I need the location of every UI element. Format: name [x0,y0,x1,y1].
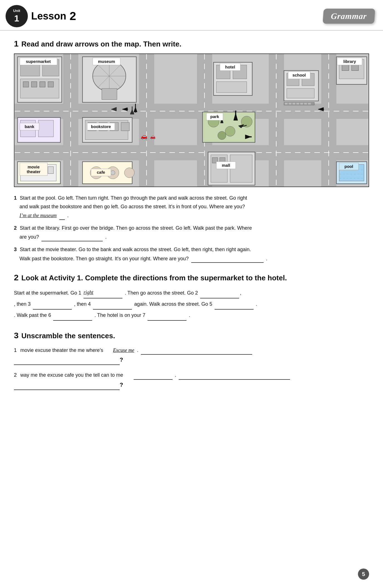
unscramble-1-answer: Excuse me [113,347,134,353]
svg-text:library: library [343,59,356,64]
svg-rect-22 [48,82,53,87]
svg-text:school: school [293,73,306,77]
section3-num: 3 [14,331,19,340]
q2-answer-line [41,232,103,241]
s2-blank1: right [84,287,122,298]
question-3: 3 Start at the movie theater. Go to the … [14,245,369,263]
unscramble-1-line [141,345,252,355]
s2-then3: , then 3 [14,301,31,307]
svg-text:bank: bank [25,124,35,129]
s2-blank1-filled: right [84,290,93,295]
s2-suffix: . [189,312,190,318]
s2-blank5 [215,298,254,310]
svg-text:supermarket: supermarket [26,59,51,64]
s2-mid6: . The hotel is on your 7 [94,312,145,318]
svg-text:pool: pool [345,164,353,169]
svg-point-55 [218,131,226,140]
section3-title-text: Unscramble the sentences. [21,332,115,340]
s2-prefix: Start at the supermarket. Go 1 [14,290,81,296]
unscramble-1-num: 1 [14,347,17,353]
svg-point-70 [124,168,134,178]
q2-text2: are you? [19,234,39,240]
s2-period5: . [256,301,257,307]
unit-badge: Unit 1 Lesson 2 [6,5,76,27]
q3-text: Start at the movie theater. Go to the ba… [20,247,251,252]
s2-blank4 [93,298,132,310]
q1-text-part1: Start at the pool. Go left. Then turn ri… [20,195,247,201]
svg-text:hotel: hotel [225,65,235,69]
page-number: 5 [358,569,369,580]
unscramble-2-qmark: ? [120,382,123,388]
lesson-label: Lesson [31,10,66,22]
svg-rect-125 [300,103,303,105]
unit-circle: Unit 1 [6,5,28,27]
section3: 3 Unscramble the sentences. 1 movie excu… [14,331,369,390]
question-1: 1 Start at the pool. Go left. Then turn … [14,194,369,220]
map-container: supermarket museum library hotel school … [14,53,369,187]
unit-number: 1 [14,13,19,24]
q1-num: 1 [14,195,17,201]
unscramble-item-1: 1 movie excuse theater the me where’s Ex… [14,345,369,365]
svg-text:movie: movie [28,165,40,169]
s2-walk: . Walk past the 6 [14,312,51,318]
svg-rect-44 [38,120,54,137]
svg-rect-122 [289,103,291,105]
s2-mid4: again. Walk across the street. Go 5 [134,301,212,307]
section2-text: Start at the supermarket. Go 1 right . T… [14,287,369,320]
unscramble-2-dot: . [175,372,176,378]
q2-num: 2 [14,225,17,231]
svg-point-53 [225,126,235,136]
q1-answer-line [59,211,65,220]
page-header: Unit 1 Lesson 2 Grammar [0,0,383,31]
unscramble-1-dot: . [136,347,138,353]
q2-text: Start at the library. First go over the … [20,225,252,231]
q3-answer-line [191,254,264,263]
q1-answer: I’m at the museum [19,213,57,218]
svg-rect-41 [287,89,314,98]
unscramble-2-words: way me the excuse cafe you the tell can … [20,372,123,378]
grammar-badge: Grammar [323,9,375,24]
svg-rect-64 [48,167,53,174]
svg-rect-124 [296,103,299,105]
section1-title: 1 Read and draw arrows on the map. Then … [14,39,369,48]
svg-rect-123 [293,103,295,105]
question-2: 2 Start at the library. First go over th… [14,224,369,241]
s2-blank2 [200,287,239,298]
s2-blank6 [53,310,92,321]
q3-period: . [266,256,267,261]
svg-rect-21 [40,82,45,87]
main-content: 1 Read and draw arrows on the map. Then … [0,31,383,406]
section2-title: 2 Look at Activity 1. Complete the direc… [14,273,369,282]
unit-text: Unit [13,9,20,13]
svg-rect-20 [31,82,37,87]
svg-text:🚗: 🚗 [150,134,156,139]
q2-period: . [105,234,107,240]
svg-text:mall: mall [222,163,230,168]
svg-rect-19 [23,82,29,87]
s2-then4: , then 4 [74,301,91,307]
lesson-number: 2 [70,9,76,23]
section1: 1 Read and draw arrows on the map. Then … [14,39,369,263]
svg-text:museum: museum [98,59,115,64]
svg-rect-121 [285,103,288,105]
section2: 2 Look at Activity 1. Complete the direc… [14,273,369,320]
unscramble-1-qmark: ? [120,357,123,363]
s2-blank7 [148,310,186,321]
svg-point-69 [111,170,115,175]
map-svg: supermarket museum library hotel school … [14,54,369,187]
q1-text-part2: and walk past the bookstore and then go … [19,204,245,209]
unscramble-2-line [179,370,290,379]
s2-mid1: . Then go across the street. Go 2 [125,290,198,296]
svg-text:🚗: 🚗 [141,133,148,139]
unscramble-item-2: 2 way me the excuse cafe you the tell ca… [14,370,369,390]
svg-rect-37 [216,82,247,93]
svg-rect-29 [102,89,117,100]
section1-num: 1 [14,39,19,48]
svg-rect-127 [308,103,311,105]
section3-title: 3 Unscramble the sentences. [14,331,369,340]
q1-period: . [67,213,69,218]
svg-text:bookstore: bookstore [91,124,111,129]
svg-text:cafe: cafe [97,170,105,175]
q3-num: 3 [14,247,17,252]
svg-text:theater: theater [27,170,41,174]
